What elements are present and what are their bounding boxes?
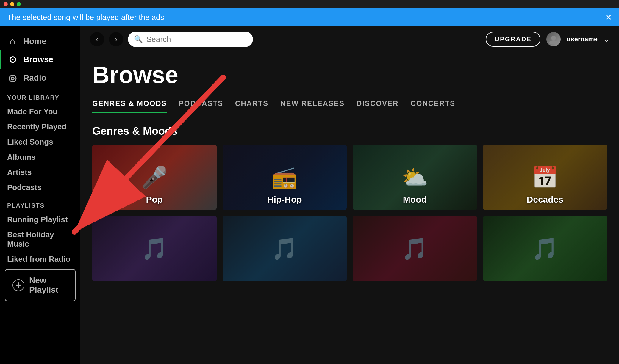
tab-charts[interactable]: CHARTS	[235, 99, 268, 113]
forward-button[interactable]: ›	[109, 32, 123, 46]
microphone-icon: 🎤	[141, 165, 168, 190]
genre-card-row2d[interactable]: 🎵	[483, 216, 607, 281]
back-button[interactable]: ‹	[90, 32, 104, 46]
main-content: ‹ › 🔍 UPGRADE username	[80, 26, 619, 364]
sidebar-item-browse[interactable]: ⊙ Browse	[0, 50, 80, 69]
back-icon: ‹	[96, 35, 99, 44]
sidebar-item-home-label: Home	[23, 37, 46, 46]
genre-decades-label: Decades	[483, 194, 607, 205]
calendar-icon: 📅	[532, 165, 558, 190]
page-title: Browse	[92, 61, 607, 89]
topbar-left: ‹ › 🔍	[90, 32, 253, 47]
svg-point-0	[551, 36, 556, 40]
app-layout: ⌂ Home ⊙ Browse ◎ Radio YOUR LIBRARY Mad…	[0, 26, 619, 364]
sidebar: ⌂ Home ⊙ Browse ◎ Radio YOUR LIBRARY Mad…	[0, 26, 80, 364]
search-input[interactable]	[146, 35, 247, 44]
genre-card-row2b[interactable]: 🎵	[223, 216, 347, 281]
tab-concerts[interactable]: CONCERTS	[410, 99, 455, 113]
traffic-lights	[4, 2, 21, 6]
sidebar-item-podcasts[interactable]: Podcasts	[0, 180, 80, 195]
topbar: ‹ › 🔍 UPGRADE username	[80, 26, 619, 52]
genre-card-hiphop[interactable]: 📻 Hip-Hop	[223, 145, 347, 210]
genre-card-decades[interactable]: 📅 Decades	[483, 145, 607, 210]
maximize-button[interactable]	[17, 2, 21, 6]
genre-card-row2c[interactable]: 🎵	[353, 216, 477, 281]
sidebar-item-albums[interactable]: Albums	[0, 150, 80, 165]
browse-icon: ⊙	[7, 54, 18, 65]
sidebar-item-browse-label: Browse	[23, 55, 53, 64]
music-note-icon-1: 🎵	[141, 236, 168, 261]
sidebar-item-made-for-you[interactable]: Made For You	[0, 104, 80, 119]
search-box[interactable]: 🔍	[128, 32, 253, 47]
topbar-right: UPGRADE username ⌄	[486, 32, 609, 47]
plus-icon: +	[12, 279, 24, 291]
browse-content: Browse GENRES & MOODS PODCASTS CHARTS NE…	[80, 52, 619, 364]
genre-card-pop[interactable]: 🎤 Pop	[92, 145, 217, 210]
sidebar-item-best-holiday-music[interactable]: Best Holiday Music	[0, 227, 80, 252]
sidebar-item-home[interactable]: ⌂ Home	[0, 32, 80, 50]
new-playlist-label: New Playlist	[29, 276, 68, 295]
music-note-icon-2: 🎵	[271, 236, 298, 261]
search-icon: 🔍	[134, 35, 143, 43]
sidebar-item-radio[interactable]: ◎ Radio	[0, 69, 80, 87]
radio-icon: 📻	[271, 165, 298, 190]
sidebar-item-radio-label: Radio	[23, 73, 46, 83]
close-button[interactable]	[4, 2, 8, 6]
cloud-sun-icon: ⛅	[401, 165, 428, 190]
sidebar-item-recently-played[interactable]: Recently Played	[0, 119, 80, 134]
username-label: username	[567, 35, 598, 43]
sidebar-item-liked-songs[interactable]: Liked Songs	[0, 134, 80, 150]
ad-message: The selected song will be played after t…	[7, 13, 164, 22]
sidebar-item-artists[interactable]: Artists	[0, 165, 80, 180]
sidebar-item-running-playlist[interactable]: Running Playlist	[0, 212, 80, 227]
music-note-icon-4: 🎵	[532, 236, 558, 261]
dropdown-arrow-icon[interactable]: ⌄	[604, 35, 609, 43]
tab-new-releases[interactable]: NEW RELEASES	[280, 99, 345, 113]
genre-grid: 🎤 Pop 📻 Hip-Hop ⛅ Mood �	[92, 145, 607, 281]
library-section-title: YOUR LIBRARY	[0, 87, 80, 104]
upgrade-button[interactable]: UPGRADE	[486, 32, 540, 47]
minimize-button[interactable]	[10, 2, 14, 6]
tab-podcasts[interactable]: PODCASTS	[179, 99, 223, 113]
tab-genres-moods[interactable]: GENRES & MOODS	[92, 99, 167, 113]
radio-icon: ◎	[7, 72, 18, 84]
genres-section-title: Genres & Moods	[92, 125, 607, 137]
genre-pop-label: Pop	[92, 194, 217, 205]
home-icon: ⌂	[7, 36, 18, 47]
tabs: GENRES & MOODS PODCASTS CHARTS NEW RELEA…	[92, 99, 607, 113]
genre-card-mood[interactable]: ⛅ Mood	[353, 145, 477, 210]
genre-hiphop-label: Hip-Hop	[223, 194, 347, 205]
titlebar	[0, 0, 619, 8]
sidebar-item-liked-from-radio[interactable]: Liked from Radio	[0, 252, 80, 267]
avatar	[546, 32, 561, 46]
playlists-section-title: PLAYLISTS	[0, 195, 80, 212]
genre-card-row2a[interactable]: 🎵	[92, 216, 217, 281]
forward-icon: ›	[115, 35, 118, 44]
tab-discover[interactable]: DISCOVER	[357, 99, 398, 113]
music-note-icon-3: 🎵	[401, 236, 428, 261]
sidebar-nav: ⌂ Home ⊙ Browse ◎ Radio	[0, 26, 80, 87]
ad-close-button[interactable]: ✕	[605, 12, 612, 22]
svg-point-1	[549, 40, 558, 44]
genre-mood-label: Mood	[353, 194, 477, 205]
ad-banner: The selected song will be played after t…	[0, 8, 619, 26]
new-playlist-button[interactable]: + New Playlist	[5, 269, 76, 301]
